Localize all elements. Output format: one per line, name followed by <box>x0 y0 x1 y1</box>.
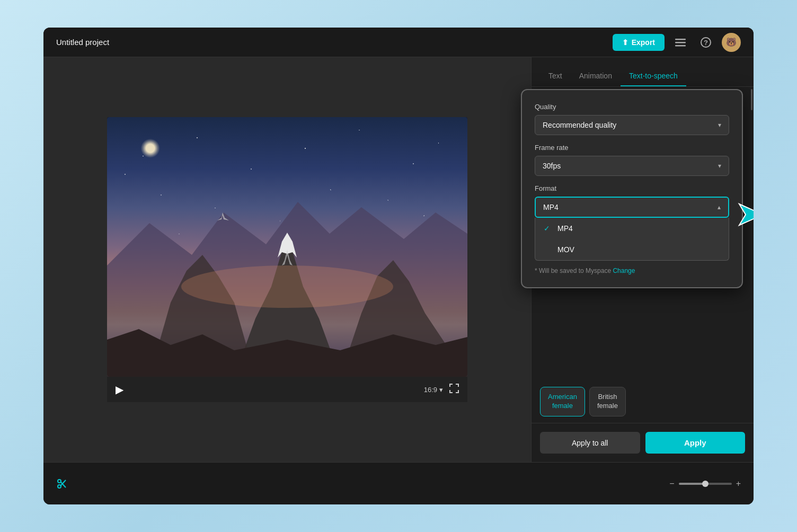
scroll-indicator <box>751 89 752 110</box>
frame-rate-label: Frame rate <box>535 144 729 152</box>
controls-right: 16:9 ▾ <box>424 384 459 395</box>
bottom-bar: − + <box>43 462 754 504</box>
export-icon: ⬆ <box>622 38 628 47</box>
mountain-svg <box>107 117 467 377</box>
svg-marker-14 <box>739 204 754 225</box>
format-value: MP4 <box>543 203 559 211</box>
quality-value: Recommended quality <box>543 121 616 129</box>
apply-button[interactable]: Apply <box>645 432 746 454</box>
quality-select[interactable]: Recommended quality ▾ <box>535 115 729 135</box>
menu-icon-button[interactable] <box>671 33 690 52</box>
svg-point-12 <box>181 265 393 308</box>
zoom-slider[interactable] <box>679 483 732 485</box>
export-dialog-container: Quality Recommended quality ▾ Frame rate… <box>521 89 743 288</box>
aspect-ratio-selector[interactable]: 16:9 ▾ <box>424 386 443 394</box>
svg-rect-2 <box>675 45 686 47</box>
voice-chip-american-female[interactable]: Americanfemale <box>540 387 585 416</box>
project-title: Untitled project <box>56 38 109 47</box>
frame-rate-select[interactable]: 30fps ▾ <box>535 156 729 176</box>
play-icon: ▶ <box>116 383 123 396</box>
frame-rate-chevron: ▾ <box>718 162 721 170</box>
action-buttons: Apply to all Apply <box>532 423 754 462</box>
export-dialog: Quality Recommended quality ▾ Frame rate… <box>521 89 743 288</box>
export-label: Export <box>632 38 655 47</box>
tab-animation[interactable]: Animation <box>571 65 621 86</box>
video-area: ▶ 16:9 ▾ <box>43 57 531 462</box>
zoom-slider-thumb <box>702 481 709 487</box>
export-button[interactable]: ⬆ Export <box>613 34 665 51</box>
avatar[interactable]: 🐻 <box>722 33 741 52</box>
aspect-ratio-label: 16:9 <box>424 386 437 394</box>
fullscreen-icon <box>449 384 459 393</box>
quality-label: Quality <box>535 103 729 111</box>
main-content: ▶ 16:9 ▾ <box>43 57 754 462</box>
video-frame <box>107 117 467 377</box>
format-dropdown: ✓ MP4 ✓ MOV <box>535 218 729 261</box>
zoom-controls: − + <box>669 479 741 489</box>
right-panel: Text Animation Text-to-speech <box>531 57 754 462</box>
mp4-label: MP4 <box>557 224 573 233</box>
topbar-actions: ⬆ Export ? 🐻 <box>613 33 741 52</box>
voice-chips: Americanfemale Britishfemale <box>532 383 754 423</box>
svg-rect-0 <box>675 39 686 40</box>
storage-note: * Will be saved to Myspace Change <box>535 267 729 274</box>
zoom-in-button[interactable]: + <box>736 479 741 489</box>
aspect-ratio-chevron: ▾ <box>439 386 443 394</box>
format-select[interactable]: MP4 ▴ <box>535 197 729 218</box>
american-female-label: Americanfemale <box>548 393 577 410</box>
zoom-out-button[interactable]: − <box>669 479 674 489</box>
format-label: Format <box>535 184 729 192</box>
mov-label: MOV <box>557 245 574 254</box>
timeline-scissor-button[interactable] <box>56 478 68 490</box>
tab-text[interactable]: Text <box>540 65 571 86</box>
change-link[interactable]: Change <box>613 267 635 274</box>
british-female-label: Britishfemale <box>597 393 618 410</box>
format-chevron: ▴ <box>718 203 721 211</box>
scissor-icon <box>56 478 68 490</box>
apply-all-button[interactable]: Apply to all <box>540 432 640 454</box>
format-option-mp4[interactable]: ✓ MP4 <box>535 218 729 239</box>
voice-chip-british-female[interactable]: Britishfemale <box>589 387 626 416</box>
timeline-tools <box>56 478 68 490</box>
play-button[interactable]: ▶ <box>116 383 123 396</box>
cursor-arrow-container <box>734 196 754 235</box>
svg-rect-1 <box>675 42 686 43</box>
format-option-mov[interactable]: ✓ MOV <box>535 239 729 260</box>
quality-chevron: ▾ <box>718 121 721 129</box>
frame-rate-value: 30fps <box>543 162 561 170</box>
mountain-background <box>107 117 467 377</box>
help-icon: ? <box>701 37 711 48</box>
hamburger-icon <box>675 37 686 48</box>
help-icon-button[interactable]: ? <box>696 33 715 52</box>
mp4-check-icon: ✓ <box>544 224 552 233</box>
fullscreen-button[interactable] <box>449 384 459 395</box>
cursor-arrow-icon <box>734 196 754 233</box>
topbar: Untitled project ⬆ Export ? 🐻 <box>43 28 754 57</box>
panel-tabs: Text Animation Text-to-speech <box>532 57 754 87</box>
video-controls: ▶ 16:9 ▾ <box>107 377 467 402</box>
svg-text:?: ? <box>704 39 708 47</box>
app-window: Untitled project ⬆ Export ? 🐻 <box>43 28 754 504</box>
tab-text-to-speech[interactable]: Text-to-speech <box>621 65 686 86</box>
